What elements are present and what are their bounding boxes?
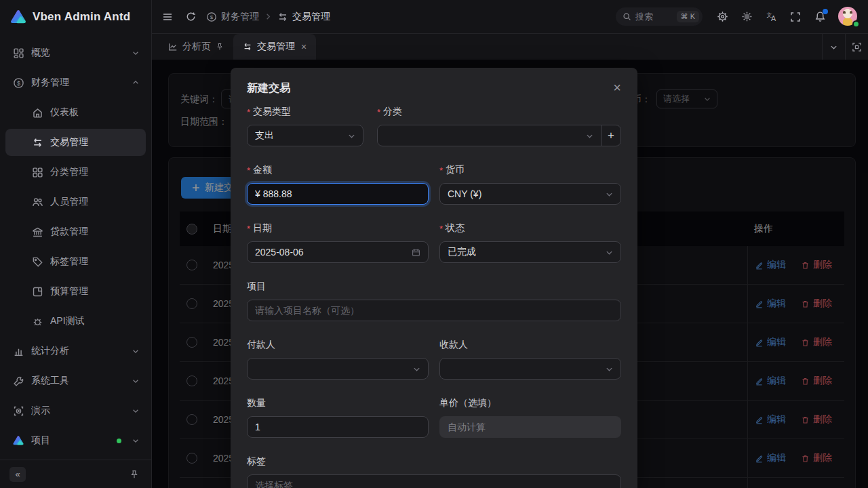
refresh-icon[interactable] — [179, 5, 202, 28]
chevron-down-icon — [132, 407, 139, 414]
demo-scan-icon — [12, 405, 24, 417]
logo-icon — [9, 8, 27, 26]
field-tags: 标签 — [247, 455, 621, 488]
maximize-content-icon[interactable] — [845, 34, 868, 60]
svg-text:$: $ — [16, 79, 20, 86]
date-picker[interactable]: 2025-08-06 — [247, 241, 429, 263]
category-select[interactable] — [377, 125, 601, 146]
amount-input[interactable] — [247, 183, 429, 205]
chevron-down-icon — [132, 348, 139, 354]
sidebar-item-demo[interactable]: 演示 — [5, 397, 146, 424]
sidebar-item-loans[interactable]: 贷款管理 — [5, 218, 146, 245]
bar-chart-icon — [12, 345, 24, 357]
sidebar-item-transactions[interactable]: 交易管理 — [5, 129, 146, 156]
currency-select[interactable]: CNY (¥) — [439, 183, 621, 205]
field-label: 金额 — [253, 164, 272, 176]
chevron-down-icon — [606, 365, 613, 373]
swap-arrows-icon — [31, 136, 43, 148]
logo[interactable]: Vben Admin Antd — [0, 0, 151, 34]
pin-icon[interactable] — [216, 43, 224, 51]
online-status-dot — [117, 439, 121, 443]
header: $ 财务管理 交易管理 搜索 — [152, 0, 868, 34]
required-asterisk: * — [439, 224, 443, 233]
transaction-type-select[interactable]: 支出 — [247, 125, 363, 146]
sidebar-item-budget[interactable]: 预算管理 — [5, 278, 146, 305]
unit-price-input — [439, 416, 621, 438]
field-payer: 付款人 — [247, 338, 429, 380]
svg-text:$: $ — [210, 14, 214, 20]
field-label: 项目 — [247, 281, 266, 293]
project-logo-icon — [12, 434, 24, 447]
theme-sun-icon[interactable] — [735, 5, 758, 28]
bank-icon — [31, 226, 43, 238]
payer-select[interactable] — [247, 358, 429, 380]
tabs-dropdown-chevron-icon[interactable] — [822, 34, 845, 60]
project-input[interactable] — [247, 300, 621, 321]
payee-select[interactable] — [439, 358, 621, 380]
tab-close-icon[interactable]: × — [301, 42, 307, 52]
search-input[interactable]: 搜索 ⌘ K — [616, 7, 703, 26]
sidebar-pin-icon[interactable] — [127, 467, 142, 482]
required-asterisk: * — [247, 224, 250, 233]
sidebar-item-api-test[interactable]: API测试 — [5, 308, 146, 335]
status-select[interactable]: 已完成 — [439, 241, 621, 263]
chevron-down-icon — [348, 132, 355, 140]
fullscreen-icon[interactable] — [784, 5, 807, 28]
user-avatar[interactable] — [838, 7, 859, 27]
sidebar-item-label: 标签管理 — [50, 256, 139, 268]
hamburger-menu-icon[interactable] — [156, 5, 179, 28]
sidebar-item-project[interactable]: 项目 — [5, 427, 146, 454]
field-label: 标签 — [247, 455, 266, 468]
sidebar-item-people[interactable]: 人员管理 — [5, 188, 146, 216]
chevron-right-icon — [264, 13, 272, 20]
sidebar-item-label: 分类管理 — [50, 166, 139, 178]
header-actions: 搜索 ⌘ K 文A — [616, 5, 868, 28]
sidebar-item-dashboard[interactable]: 仪表板 — [5, 99, 146, 126]
field-status: *状态 已完成 — [439, 222, 621, 263]
add-category-button[interactable]: + — [601, 125, 621, 146]
sidebar-finance-children: 仪表板 交易管理 分类管理 — [0, 99, 151, 335]
sidebar-item-categories[interactable]: 分类管理 — [5, 159, 146, 186]
chevron-down-icon — [132, 437, 139, 444]
sidebar-item-stats[interactable]: 统计分析 — [5, 338, 146, 365]
dollar-circle-icon: $ — [12, 77, 24, 89]
sidebar-item-system-tools[interactable]: 系统工具 — [5, 367, 146, 394]
new-transaction-modal: 新建交易 × *交易类型 支出 *分类 — [231, 68, 637, 488]
required-asterisk: * — [247, 108, 250, 117]
chevron-down-icon — [132, 49, 139, 56]
field-category: *分类 + — [377, 105, 621, 146]
modal-title: 新建交易 — [247, 81, 290, 96]
field-label: 收款人 — [439, 339, 468, 351]
breadcrumb-finance[interactable]: $ 财务管理 — [206, 11, 259, 23]
settings-gear-icon[interactable] — [711, 5, 734, 28]
sidebar-item-tags[interactable]: 标签管理 — [5, 248, 146, 275]
quantity-input[interactable] — [247, 416, 429, 438]
breadcrumb-label: 交易管理 — [292, 11, 330, 23]
tab-analysis[interactable]: 分析页 — [159, 34, 233, 60]
tags-input[interactable] — [247, 474, 621, 488]
sidebar-item-finance[interactable]: $ 财务管理 — [5, 69, 146, 96]
tag-icon — [31, 256, 43, 268]
search-placeholder: 搜索 — [635, 11, 673, 23]
notifications-bell-icon[interactable] — [808, 5, 831, 28]
search-shortcut-badge: ⌘ K — [677, 11, 699, 22]
field-label: 日期 — [253, 222, 272, 235]
sidebar-nav: 概览 $ 财务管理 — [0, 39, 151, 457]
chevron-up-icon — [132, 79, 139, 86]
breadcrumb-transactions[interactable]: 交易管理 — [277, 11, 330, 23]
wrench-icon — [12, 375, 24, 387]
app-title: Vben Admin Antd — [33, 10, 130, 24]
dollar-circle-icon: $ — [206, 12, 217, 22]
select-value: CNY (¥) — [448, 188, 481, 199]
chevron-down-icon — [132, 378, 139, 384]
tab-transactions[interactable]: 交易管理 × — [233, 34, 316, 60]
modal-header: 新建交易 × — [231, 68, 637, 105]
home-icon — [31, 106, 43, 119]
sidebar-collapse-button[interactable]: « — [9, 467, 26, 482]
sidebar-item-label: 项目 — [31, 434, 110, 447]
svg-text:A: A — [770, 14, 776, 22]
sidebar-item-overview[interactable]: 概览 — [5, 39, 146, 66]
required-asterisk: * — [377, 108, 380, 117]
language-translate-icon[interactable]: 文A — [760, 5, 783, 28]
modal-close-icon[interactable]: × — [613, 81, 621, 94]
